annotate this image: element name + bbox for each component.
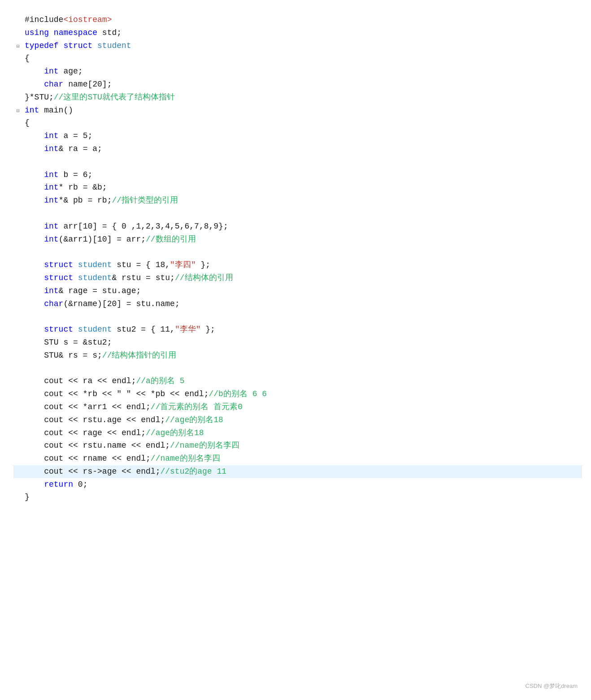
code-line: int(&arr1)[10] = arr;//数组的引用 [13, 233, 582, 246]
code-line: #include<iostream> [13, 13, 582, 26]
line-content [25, 310, 582, 323]
code-token: *& pb = rb; [59, 196, 112, 205]
line-content: int main() [25, 104, 582, 117]
line-content: char name[20]; [25, 78, 582, 91]
code-line: ⊟typedef struct student [13, 39, 582, 52]
footer-watermark: CSDN @梦叱dream [526, 682, 578, 691]
code-token: { [25, 54, 30, 63]
code-token [25, 235, 44, 244]
code-token: //b的别名 6 6 [209, 389, 267, 398]
code-token: "李华" [175, 325, 201, 334]
code-token: cout << rname << endl; [25, 454, 151, 463]
line-content [25, 362, 582, 375]
code-token: int [44, 67, 58, 76]
code-token: using [25, 28, 49, 37]
line-content: struct student stu = { 18,"李四" }; [25, 259, 582, 272]
line-content: cout << *rb << " " << *pb << endl;//b的别名… [25, 388, 582, 401]
code-token: int [44, 196, 58, 205]
code-token: return [44, 480, 73, 489]
code-token: & rstu = stu; [112, 273, 174, 282]
code-token [59, 41, 64, 50]
code-token: //结构体的引用 [175, 273, 233, 282]
code-line [13, 156, 582, 169]
code-token: //指针类型的引用 [112, 196, 178, 205]
code-line: char name[20]; [13, 78, 582, 91]
code-token: cout << rstu.name << endl; [25, 441, 170, 450]
code-line: char(&rname)[20] = stu.name; [13, 298, 582, 311]
line-content: int(&arr1)[10] = arr;//数组的引用 [25, 233, 582, 246]
code-token [25, 131, 44, 140]
code-token: cout << rstu.age << endl; [25, 415, 165, 424]
code-token: }; [196, 260, 210, 269]
code-token: namespace [54, 28, 97, 37]
code-token: cout << *arr1 << endl; [25, 402, 151, 411]
code-line: { [13, 52, 582, 65]
code-token: //a的别名 5 [136, 376, 184, 385]
code-line: int b = 6; [13, 169, 582, 181]
line-content: struct student stu2 = { 11,"李华" }; [25, 323, 582, 336]
code-token: STU& rs = s; [25, 351, 102, 360]
code-token [25, 480, 44, 489]
line-content: return 0; [25, 478, 582, 491]
code-token [25, 144, 44, 153]
code-token: cout << ra << endl; [25, 376, 136, 385]
code-token: //age的别名18 [146, 428, 204, 437]
code-token: int [44, 144, 58, 153]
line-content: int& ra = a; [25, 143, 582, 156]
code-line: cout << *rb << " " << *pb << endl;//b的别名… [13, 388, 582, 401]
code-token [25, 260, 44, 269]
code-line: } [13, 491, 582, 504]
code-line: int age; [13, 65, 582, 78]
code-line: cout << ra << endl;//a的别名 5 [13, 375, 582, 388]
fold-icon[interactable]: ⊟ [16, 107, 19, 116]
code-line: return 0; [13, 478, 582, 491]
code-token [25, 222, 44, 231]
line-content: int* rb = &b; [25, 181, 582, 194]
code-token: int [25, 106, 39, 115]
code-token: //这里的STU就代表了结构体指针 [54, 93, 175, 102]
code-token [25, 183, 44, 192]
line-content [25, 156, 582, 169]
code-line [13, 362, 582, 375]
code-token [49, 28, 54, 37]
code-token: #include [25, 15, 63, 24]
code-token: //stu2的age 11 [160, 467, 226, 476]
code-line: { [13, 117, 582, 130]
code-token [25, 170, 44, 179]
code-token: student [78, 325, 112, 334]
code-token [25, 273, 44, 282]
code-line: struct student& rstu = stu;//结构体的引用 [13, 272, 582, 285]
code-line: struct student stu2 = { 11,"李华" }; [13, 323, 582, 336]
code-token [73, 260, 78, 269]
code-token: }*STU; [25, 93, 54, 102]
code-token [25, 196, 44, 205]
code-line: int& ra = a; [13, 143, 582, 156]
code-line: cout << *arr1 << endl;//首元素的别名 首元素0 [13, 401, 582, 414]
fold-icon[interactable]: ⊟ [16, 43, 19, 51]
line-content: typedef struct student [25, 39, 582, 52]
line-content: STU s = &stu2; [25, 336, 582, 349]
code-token: { [25, 118, 30, 127]
code-token: //age的别名18 [165, 415, 223, 424]
code-line [13, 207, 582, 220]
code-token: struct [44, 325, 73, 334]
code-token: stu = { 18, [112, 260, 170, 269]
gutter-icon: ⊟ [13, 43, 22, 51]
code-line: int a = 5; [13, 130, 582, 143]
code-line [13, 246, 582, 259]
code-token: (&rname)[20] = stu.name; [63, 299, 179, 308]
code-token: } [25, 493, 30, 501]
code-token: //name的别名李四 [151, 454, 220, 463]
gutter-icon: ⊟ [13, 107, 22, 116]
code-line: int& rage = stu.age; [13, 285, 582, 298]
code-editor: #include<iostream>using namespace std;⊟t… [0, 9, 591, 508]
code-token: * rb = &b; [59, 183, 107, 192]
line-content: int age; [25, 65, 582, 78]
code-line: ⊟int main() [13, 104, 582, 117]
line-content: cout << *arr1 << endl;//首元素的别名 首元素0 [25, 401, 582, 414]
line-content: cout << rage << endl;//age的别名18 [25, 427, 582, 440]
code-token: struct [44, 273, 73, 282]
code-token: stu2 = { 11, [112, 325, 174, 334]
code-token: main() [39, 106, 73, 115]
code-token: int [44, 131, 58, 140]
